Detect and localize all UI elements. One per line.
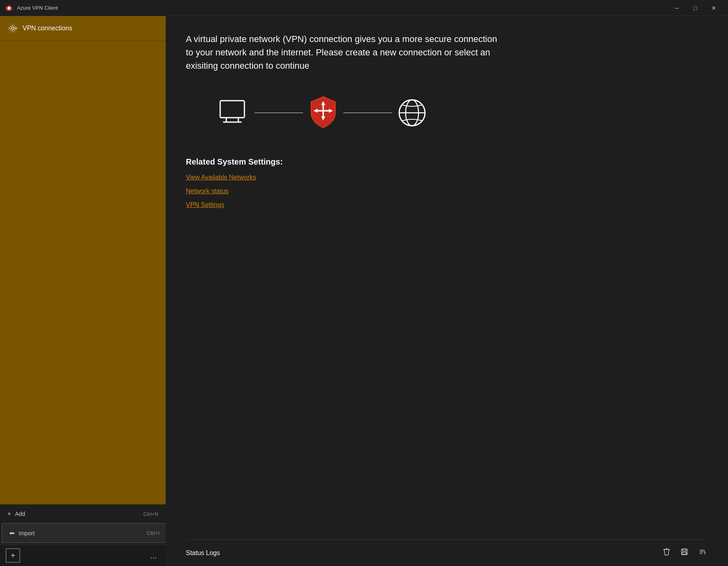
sort-logs-button[interactable]: [696, 546, 708, 560]
import-connection-button[interactable]: ⬅ Import Ctrl+I: [2, 523, 167, 543]
welcome-description: A virtual private network (VPN) connecti…: [186, 32, 501, 72]
maximize-button[interactable]: □: [686, 2, 705, 15]
add-shortcut: Ctrl+N: [143, 511, 158, 517]
main-content: A virtual private network (VPN) connecti…: [166, 16, 728, 566]
status-logs-actions: [661, 546, 708, 560]
monitor-icon: [218, 99, 250, 127]
network-status-link[interactable]: Network status: [186, 187, 229, 196]
app-title: Azure VPN Client: [17, 5, 667, 11]
main-layout: VPN connections + Add Ctrl+N ⬅ Import Ct…: [0, 16, 728, 566]
vpn-connections-icon: [8, 23, 18, 33]
svg-rect-24: [682, 552, 686, 554]
close-button[interactable]: ✕: [705, 2, 723, 15]
diagram-line-1: [255, 112, 303, 113]
add-connection-button[interactable]: + Add Ctrl+N: [0, 505, 166, 523]
sidebar: VPN connections + Add Ctrl+N ⬅ Import Ct…: [0, 16, 166, 566]
vpn-settings-link[interactable]: VPN Settings: [186, 201, 224, 209]
save-logs-button[interactable]: [679, 546, 690, 560]
globe-icon: [396, 97, 428, 129]
add-icon: +: [7, 510, 11, 517]
sidebar-content: [0, 41, 166, 504]
footer-more-button[interactable]: ...: [147, 549, 160, 562]
minimize-button[interactable]: ─: [667, 2, 686, 15]
diagram-line-2: [343, 112, 392, 113]
window-controls: ─ □ ✕: [667, 2, 723, 15]
related-settings: Related System Settings: View Available …: [186, 157, 708, 214]
view-available-networks-link[interactable]: View Available Networks: [186, 173, 256, 182]
import-icon: ⬅: [9, 529, 15, 537]
related-settings-title: Related System Settings:: [186, 157, 708, 167]
title-bar: ⬡ Azure VPN Client ─ □ ✕: [0, 0, 728, 16]
vpn-connections-label: VPN connections: [23, 25, 72, 32]
vpn-diagram: [186, 97, 708, 129]
status-logs-bar: Status Logs: [186, 539, 708, 566]
svg-point-2: [12, 27, 14, 30]
svg-rect-7: [220, 101, 244, 118]
sidebar-bottom-menu: + Add Ctrl+N ⬅ Import Ctrl+I: [0, 504, 166, 545]
sidebar-footer: + ...: [0, 545, 166, 566]
import-label: Import: [19, 530, 35, 536]
footer-add-button[interactable]: +: [6, 548, 20, 563]
vpn-shield-icon: [307, 97, 339, 129]
add-label: Add: [15, 511, 25, 517]
clear-logs-button[interactable]: [661, 546, 672, 560]
import-shortcut: Ctrl+I: [147, 530, 160, 536]
app-logo-icon: ⬡: [5, 4, 13, 12]
svg-point-3: [10, 25, 16, 31]
svg-rect-23: [683, 549, 686, 551]
sidebar-header: VPN connections: [0, 16, 166, 41]
status-logs-title: Status Logs: [186, 549, 220, 557]
